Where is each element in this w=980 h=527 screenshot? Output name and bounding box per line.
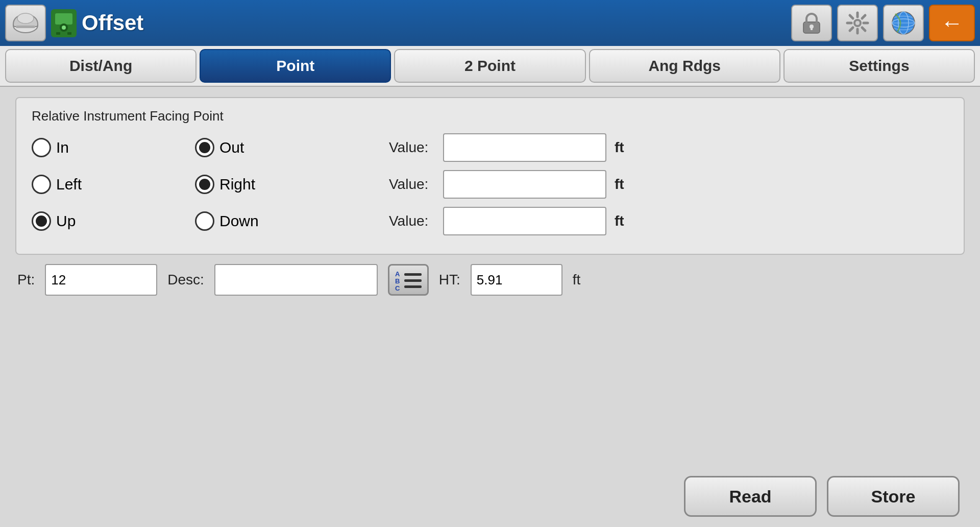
out-radio-label: Out [219,139,244,156]
up-down-value-input[interactable] [443,207,606,235]
read-button[interactable]: Read [684,476,817,517]
header-logo-area: Offset [5,5,786,41]
desc-list-button[interactable]: A B C [388,264,429,296]
ht-input[interactable] [471,264,562,296]
up-radio-circle[interactable] [32,211,51,231]
svg-point-13 [855,21,860,25]
back-arrow-icon: ← [941,10,963,36]
right-radio-label: Right [219,176,255,193]
svg-rect-7 [56,32,60,35]
svg-text:C: C [395,284,400,292]
desc-input[interactable] [214,264,378,296]
svg-rect-31 [404,285,422,288]
up-radio-group: Up [32,211,195,231]
in-out-row: In Out Value: ft [32,133,948,162]
app-title: Offset [82,11,143,35]
right-radio-circle[interactable] [195,175,214,194]
left-right-value-input[interactable] [443,170,606,199]
left-radio-group: Left [32,175,195,194]
up-down-row: Up Down Value: ft [32,207,948,235]
down-radio-group: Down [195,211,358,231]
down-radio-label: Down [219,212,259,230]
left-radio-circle[interactable] [32,175,51,194]
down-radio[interactable]: Down [195,211,358,231]
up-down-unit: ft [615,213,624,229]
left-radio-label: Left [56,176,82,193]
tab-point[interactable]: Point [200,49,391,83]
panel-title: Relative Instrument Facing Point [32,108,948,124]
left-right-value-label: Value: [389,176,435,193]
action-buttons-row: Read Store [15,476,965,517]
svg-rect-1 [16,26,35,28]
ht-label: HT: [439,272,460,288]
store-button[interactable]: Store [827,476,960,517]
out-radio-group: Out [195,138,358,157]
svg-text:B: B [395,277,400,285]
up-down-value-group: Value: ft [389,207,624,235]
header: Offset [0,0,980,46]
desc-label: Desc: [167,272,204,288]
in-out-value-label: Value: [389,139,435,156]
in-out-value-group: Value: ft [389,133,624,162]
in-radio[interactable]: In [32,138,195,157]
svg-rect-29 [404,273,422,276]
svg-line-21 [850,28,853,31]
survey-instrument-icon [51,9,77,37]
down-radio-circle[interactable] [195,211,214,231]
left-right-row: Left Right Value: ft [32,170,948,199]
tab-2point[interactable]: 2 Point [394,49,585,83]
helmet-icon [5,5,46,41]
svg-point-2 [17,13,34,23]
svg-line-18 [850,15,853,18]
in-radio-circle[interactable] [32,138,51,157]
up-down-value-label: Value: [389,213,435,229]
in-out-unit: ft [615,139,624,156]
svg-point-6 [62,26,66,30]
up-radio[interactable]: Up [32,211,195,231]
pt-input[interactable] [45,264,157,296]
svg-rect-8 [67,32,71,35]
svg-rect-30 [404,279,422,282]
tab-dist-ang[interactable]: Dist/Ang [5,49,197,83]
in-out-value-input[interactable] [443,133,606,162]
pt-label: Pt: [17,272,35,288]
left-right-unit: ft [615,176,624,193]
lock-button[interactable] [791,5,832,41]
out-radio-circle[interactable] [195,138,214,157]
left-radio[interactable]: Left [32,175,195,194]
svg-line-19 [862,28,865,31]
offset-panel: Relative Instrument Facing Point In Out … [15,97,965,255]
globe-button[interactable] [883,5,924,41]
settings-button[interactable] [837,5,878,41]
back-button[interactable]: ← [929,5,975,41]
svg-rect-11 [811,27,813,30]
tabs-bar: Dist/Ang Point 2 Point Ang Rdgs Settings [0,46,980,87]
tab-ang-rdgs[interactable]: Ang Rdgs [589,49,780,83]
bottom-fields-row: Pt: Desc: A B C HT: ft [15,264,965,296]
in-radio-label: In [56,139,69,156]
svg-text:A: A [395,270,400,278]
right-radio-group: Right [195,175,358,194]
right-radio[interactable]: Right [195,175,358,194]
svg-rect-4 [55,13,72,25]
out-radio[interactable]: Out [195,138,358,157]
svg-line-20 [862,15,865,18]
up-radio-label: Up [56,212,76,230]
left-right-value-group: Value: ft [389,170,624,199]
tab-settings[interactable]: Settings [783,49,975,83]
in-radio-group: In [32,138,195,157]
ht-unit: ft [573,272,581,288]
main-content: Relative Instrument Facing Point In Out … [0,87,980,527]
